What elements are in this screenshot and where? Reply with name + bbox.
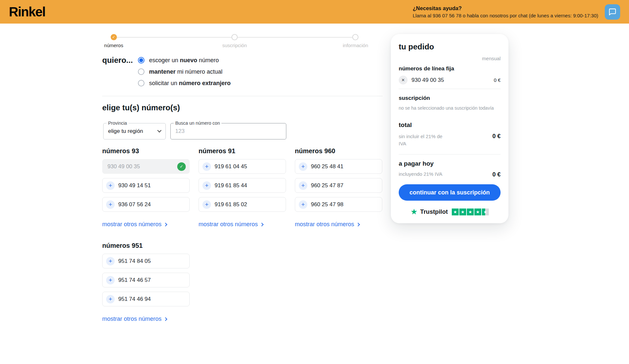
radio-icon [138,68,144,75]
landline-price: 0 € [494,77,501,83]
selected-check-icon: ✓ [177,162,186,171]
number-label: 930 49 00 35 [107,163,140,170]
chevron-right-icon [163,317,167,321]
step-numeros[interactable]: ✓ números [104,34,123,48]
order-title: tu pedido [399,42,501,51]
option-label: escoger un nuevo número [149,57,219,64]
number-label: 919 61 04 45 [215,163,247,170]
want-options: escoger un nuevo número mantener mi núme… [138,56,231,91]
add-icon: + [106,181,115,190]
show-more-numbers-link[interactable]: mostrar otros números [102,316,167,322]
step-label: información [343,43,368,48]
due-today-price: 0 € [492,171,501,178]
option-label: solicitar un número extranjero [149,80,231,87]
subscription-section-title: suscripción [399,95,501,101]
add-icon: + [106,257,115,265]
number-option[interactable]: + 919 61 85 44 [199,178,286,193]
continue-button[interactable]: continuar con la suscripción [399,184,501,201]
total-note: sin incluir el 21% de IVA [399,133,450,147]
radio-option-keep-number[interactable]: mantener mi número actual [138,68,231,76]
selected-number-row: ✕ 930 49 00 35 0 € [399,76,501,84]
radio-option-foreign-number[interactable]: solicitar un número extranjero [138,79,231,87]
chat-button[interactable] [605,4,620,20]
add-icon: + [202,181,211,190]
help-text: Llama al 936 07 56 78 o habla con nosotr… [413,13,598,18]
step-circle [352,34,358,40]
step-suscripcion[interactable]: suscripción [222,34,247,48]
add-icon: + [202,200,211,209]
group-title: números 91 [199,147,286,155]
radio-option-new-number[interactable]: escoger un nuevo número [138,56,231,64]
due-today-row: incluyendo 21% IVA 0 € [399,171,501,178]
landline-number: 930 49 00 35 [411,77,444,83]
search-number-field: Busca un número con [170,123,286,139]
header: Rinkel ¿Necesitas ayuda? Llama al 936 07… [0,0,629,24]
number-option[interactable]: + 919 61 04 45 [199,159,286,174]
landline-section-title: números de línea fija [399,65,501,72]
number-option[interactable]: + 960 25 48 41 [295,159,382,174]
trustpilot-name: Trustpilot [420,208,448,215]
total-label: total [399,121,501,129]
show-more-numbers-link[interactable]: mostrar otros números [102,221,167,228]
chevron-right-icon [356,223,360,226]
number-option[interactable]: + 960 25 47 87 [295,178,382,193]
remove-number-button[interactable]: ✕ [399,76,408,84]
option-label: mantener mi número actual [149,68,222,75]
number-label: 930 49 14 51 [118,182,151,189]
number-group-93: números 93 930 49 00 35 ✓ + 930 49 14 51… [102,147,190,228]
trustpilot-rating-stars: ★ ★ ★ ★ ★ [452,209,489,215]
group-title: números 960 [295,147,382,155]
trustpilot-link[interactable]: ★ Trustpilot ★ ★ ★ ★ ★ [399,208,501,216]
number-option[interactable]: + 936 07 56 24 [102,197,190,212]
order-divider [399,154,501,155]
step-check-icon: ✓ [110,34,117,40]
number-label: 951 74 84 05 [118,258,151,264]
number-option[interactable]: + 951 74 46 94 [102,292,190,306]
add-icon: + [202,162,211,171]
total-price: 0 € [492,133,501,140]
number-groups: números 93 930 49 00 35 ✓ + 930 49 14 51… [102,147,397,344]
radio-icon [138,57,144,64]
number-option[interactable]: + 951 74 46 57 [102,273,190,287]
add-icon: + [106,276,115,284]
star-icon: ★ [452,209,459,215]
page: Rinkel ¿Necesitas ayuda? Llama al 936 07… [0,0,629,364]
total-row: sin incluir el 21% de IVA 0 € [399,133,501,147]
star-icon: ★ [467,209,474,215]
show-more-numbers-link[interactable]: mostrar otros números [199,221,263,228]
add-icon: + [106,295,115,303]
number-option[interactable]: + 960 25 47 98 [295,197,382,212]
group-title: números 951 [102,242,190,250]
due-today-label: a pagar hoy [399,160,501,167]
number-option[interactable]: + 951 74 84 05 [102,254,190,268]
chevron-right-icon [260,223,263,226]
show-more-numbers-link[interactable]: mostrar otros números [295,221,359,228]
star-icon: ★ [459,209,466,215]
subscription-empty-note: no se ha seleccionado una suscripción to… [399,105,501,111]
star-icon: ★ [474,209,481,215]
stepper-line [235,37,355,38]
chevron-down-icon [157,128,162,133]
number-option-selected[interactable]: 930 49 00 35 ✓ [102,159,190,174]
half-star-icon: ★ [482,209,489,215]
billing-period: mensual [399,56,501,61]
checkout-stepper: ✓ números suscripción información [0,24,629,50]
want-section: quiero... escoger un nuevo número manten… [102,56,231,91]
step-informacion[interactable]: información [343,34,368,48]
rinkel-logo[interactable]: Rinkel [9,5,45,19]
number-option[interactable]: + 919 61 85 02 [199,197,286,212]
number-option[interactable]: + 930 49 14 51 [102,178,190,193]
chat-icon [608,8,617,16]
add-icon: + [106,200,115,209]
add-icon: + [299,200,307,209]
number-label: 951 74 46 94 [118,296,151,302]
province-select[interactable]: Provincia elige tu región [103,123,166,139]
number-group-951: números 951 + 951 74 84 05 + 951 74 46 5… [102,242,190,322]
trustpilot-star-icon: ★ [410,208,418,216]
number-label: 919 61 85 02 [215,201,247,208]
search-input[interactable] [175,128,281,135]
step-circle [232,34,238,40]
step-label: números [104,43,123,48]
add-icon: + [299,181,307,190]
number-group-91: números 91 + 919 61 04 45 + 919 61 85 44… [199,147,286,228]
